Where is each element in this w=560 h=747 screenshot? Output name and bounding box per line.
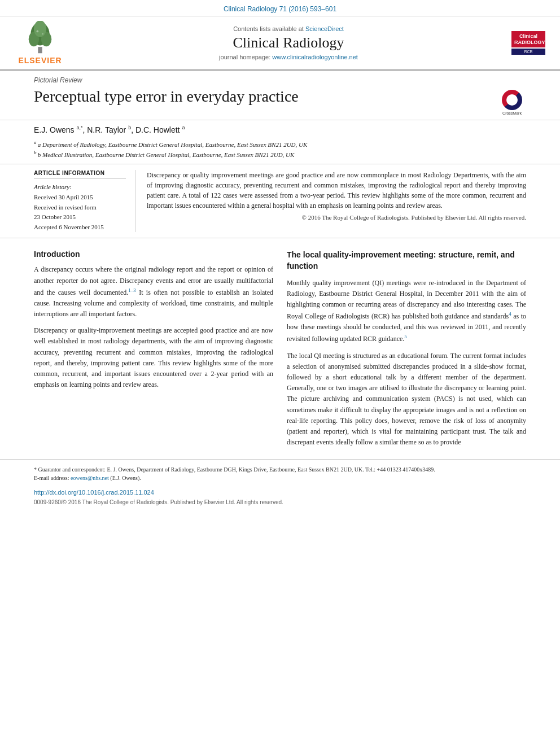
elsevier-text: ELSEVIER (18, 56, 62, 65)
affiliation-b: b b Medical Illustration, Eastbourne Dis… (34, 149, 526, 159)
journal-citation-text: Clinical Radiology 71 (2016) 593–601 (224, 5, 336, 13)
crossmark-label: CrossMark (502, 111, 522, 115)
contents-line: Contents lists available at ScienceDirec… (82, 25, 495, 32)
journal-logo-right: Clinical RADIOLOGY RCR (506, 31, 551, 55)
journal-homepage: journal homepage: www.clinicalradiologyo… (82, 54, 495, 60)
left-column: Introduction A discrepancy occurs where … (34, 250, 273, 453)
affiliation-a: a a Department of Radiology, Eastbourne … (34, 139, 526, 149)
article-info-column: ARTICLE INFORMATION Article history: Rec… (34, 170, 135, 232)
svg-point-4 (34, 21, 46, 37)
right-paragraph-1: Monthly quality improvement (QI) meeting… (287, 278, 526, 345)
homepage-url[interactable]: www.clinicalradiologyonline.net (272, 54, 358, 60)
elsevier-logo: ELSEVIER (9, 21, 71, 65)
journal-title-block: Contents lists available at ScienceDirec… (71, 25, 506, 60)
svg-rect-0 (38, 47, 42, 53)
intro-paragraph-1: A discrepancy occurs where the original … (34, 264, 273, 320)
elsevier-tree-icon (18, 21, 63, 55)
svg-point-5 (37, 30, 39, 33)
received-date: Received 30 April 2015 (34, 193, 126, 203)
received-revised-label: Received in revised form (34, 203, 126, 213)
main-body: Introduction A discrepancy occurs where … (0, 238, 560, 453)
crossmark: CrossMark (498, 90, 526, 115)
right-paragraph-2: The local QI meeting is structured as an… (287, 351, 526, 448)
doi-line: http://dx.doi.org/10.1016/j.crad.2015.11… (0, 484, 560, 497)
author-owens: E.J. Owens (34, 125, 76, 134)
article-info-abstract-section: ARTICLE INFORMATION Article history: Rec… (0, 164, 560, 238)
footnote-email: E-mail address: eowens@nhs.net (E.J. Owe… (34, 474, 526, 482)
footnote-section: * Guarantor and correspondent: E. J. Owe… (0, 459, 560, 484)
journal-citation-header: Clinical Radiology 71 (2016) 593–601 (0, 0, 560, 16)
rcr-logo: RCR (511, 49, 545, 55)
crossmark-icon (502, 90, 522, 110)
journal-top-bar: ELSEVIER Contents lists available at Sci… (0, 16, 560, 71)
article-title-block: Perceptual type error in everyday practi… (0, 85, 560, 120)
bottom-copyright-text: 0009-9260/© 2016 The Royal College of Ra… (34, 499, 526, 505)
revised-date: 23 October 2015 (34, 212, 126, 222)
abstract-column: Discrepancy or quality improvement meeti… (147, 170, 526, 232)
doi-text[interactable]: http://dx.doi.org/10.1016/j.crad.2015.11… (34, 489, 154, 496)
footnote-email-address[interactable]: eowens@nhs.net (71, 475, 109, 481)
article-info-title: ARTICLE INFORMATION (34, 170, 126, 179)
article-title: Perceptual type error in everyday practi… (34, 88, 498, 106)
sciencedirect-link[interactable]: ScienceDirect (305, 25, 344, 32)
abstract-text: Discrepancy or quality improvement meeti… (147, 170, 526, 211)
intro-paragraph-2: Discrepancy or quality-improvement meeti… (34, 325, 273, 390)
article-history-label: Article history: (34, 184, 126, 190)
authors-block: E.J. Owens a,*, N.R. Taylor b, D.C. Howl… (0, 120, 560, 137)
accepted-date: Accepted 6 November 2015 (34, 222, 126, 233)
right-section-title: The local quality-improvement meeting: s… (287, 250, 526, 272)
right-column: The local quality-improvement meeting: s… (287, 250, 526, 453)
article-type: Pictorial Review (0, 71, 560, 85)
authors-line: E.J. Owens a,*, N.R. Taylor b, D.C. Howl… (34, 125, 526, 134)
svg-point-6 (42, 33, 43, 35)
journal-name: Clinical Radiology (82, 34, 495, 51)
footnote-star-text: * Guarantor and correspondent: E. J. Owe… (34, 465, 526, 474)
abstract-copyright: © 2016 The Royal College of Radiologists… (147, 214, 526, 221)
affiliations-block: a a Department of Radiology, Eastbourne … (0, 137, 560, 164)
intro-section-title: Introduction (34, 250, 273, 259)
bottom-copyright: 0009-9260/© 2016 The Royal College of Ra… (0, 497, 560, 511)
radiology-logo-box: Clinical RADIOLOGY (511, 31, 545, 48)
